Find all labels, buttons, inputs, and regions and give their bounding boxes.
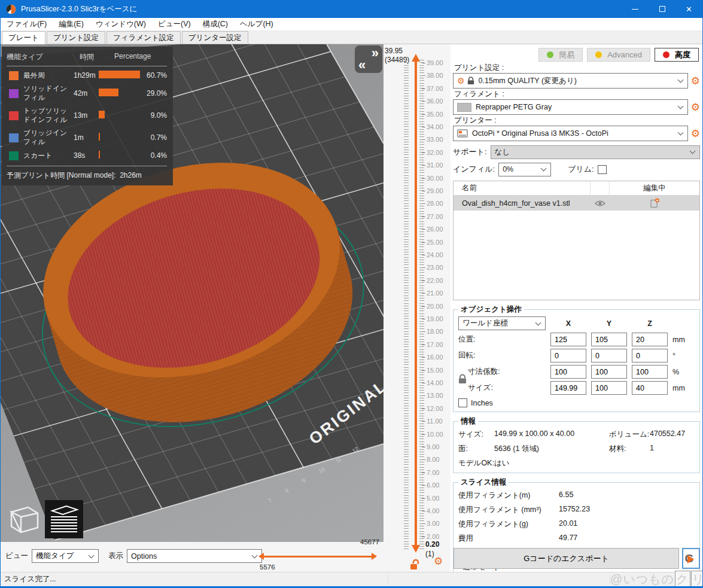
export-gcode-icon-button[interactable]: G xyxy=(682,548,700,569)
sliced-value-0: 6.55 xyxy=(559,490,695,501)
menu-item-4[interactable]: 構成(C) xyxy=(197,18,234,31)
manip-input-3-z[interactable] xyxy=(632,381,668,395)
preview-view-button[interactable] xyxy=(45,500,83,538)
layer-slider-track[interactable] xyxy=(415,57,417,549)
manip-input-2-y[interactable] xyxy=(591,365,627,379)
column-visibility-header[interactable] xyxy=(591,181,610,195)
menu-item-2[interactable]: ウィンドウ(W) xyxy=(90,18,152,31)
print-settings-label: プリント設定 : xyxy=(454,63,700,72)
menu-item-1[interactable]: 編集(E) xyxy=(53,18,90,31)
menu-item-0[interactable]: ファイル(F) xyxy=(1,18,53,31)
manip-input-1-z[interactable] xyxy=(632,349,668,362)
print-settings-select[interactable]: ⚙ 0.15mm QUALITY (変更あり) xyxy=(453,73,688,89)
manip-input-3-y[interactable] xyxy=(591,381,627,395)
legend-col-time: 時間 xyxy=(80,52,114,62)
fine-ticks-left xyxy=(404,60,409,549)
tab-2[interactable]: フィラメント設定 xyxy=(106,31,181,44)
column-name-header[interactable]: 名前 xyxy=(454,181,591,195)
visibility-eye-button[interactable] xyxy=(591,200,610,207)
editing-state-button[interactable] xyxy=(610,198,699,208)
close-button[interactable]: ✕ xyxy=(675,0,702,18)
menu-item-3[interactable]: ビュー(V) xyxy=(152,18,197,31)
coordinate-system-select[interactable]: ワールド座標 xyxy=(458,316,546,330)
manip-row-label-2: 寸法係数: xyxy=(458,367,546,377)
axis-header-z: Z xyxy=(632,319,668,328)
layer-tick-label: 32.00 xyxy=(427,149,443,156)
chevron-down-icon xyxy=(677,103,683,109)
materials-label: 材料: xyxy=(609,444,650,454)
lock-icon xyxy=(467,77,474,85)
manip-input-2-x[interactable] xyxy=(550,365,586,379)
object-manipulation-group: オブジェクト操作 ワールド座標XYZ位置:mm回転:°寸法係数:%サイズ:mm … xyxy=(453,304,700,412)
object-row-0[interactable]: Oval_dish_h4cm_for_vase v1.stl xyxy=(454,196,699,211)
manip-input-3-x[interactable] xyxy=(550,381,586,395)
tab-3[interactable]: プリンター設定 xyxy=(182,31,248,44)
maximize-button[interactable] xyxy=(649,0,675,18)
uniform-scale-lock-icon[interactable] xyxy=(458,374,467,386)
manip-input-2-z[interactable] xyxy=(632,365,668,379)
play-triangle-icon xyxy=(687,555,698,563)
layer-tick-label: 22.00 xyxy=(427,277,443,284)
tab-0[interactable]: プレート xyxy=(2,31,45,44)
slider-current-value: 5576 xyxy=(260,563,275,571)
print-settings-gear-button[interactable]: ⚙ xyxy=(691,76,700,86)
layer-height-current: 39.95 xyxy=(385,47,403,55)
filament-select[interactable]: Reprapper PETG Gray xyxy=(453,99,688,115)
printer-select[interactable]: OctoPi * Original Prusa i3 MK3S - OctoPi xyxy=(453,126,688,141)
unit-ticks xyxy=(422,63,425,539)
manip-input-0-z[interactable] xyxy=(632,333,668,346)
manip-input-0-x[interactable] xyxy=(550,333,586,346)
layers-icon xyxy=(47,502,81,536)
printer-icon xyxy=(457,129,468,138)
infill-select[interactable]: 0% xyxy=(498,163,551,176)
show-options-select[interactable]: Options xyxy=(127,549,262,563)
cube-icon xyxy=(7,501,41,536)
legend-swatch xyxy=(9,111,19,120)
manip-unit-0: mm xyxy=(672,336,689,344)
inches-checkbox[interactable] xyxy=(458,398,467,407)
menu-item-5[interactable]: ヘルプ(H) xyxy=(234,18,279,31)
export-gcode-button[interactable]: Gコードのエクスポート xyxy=(454,548,679,569)
printer-gear-button[interactable]: ⚙ xyxy=(691,129,700,139)
layer-tick-label: 39.00 xyxy=(427,59,443,66)
layer-tick-label: 6.00 xyxy=(427,482,439,489)
3d-viewport[interactable]: ORIGINAL 789101112 機能タイプ 時間 Percentage 最… xyxy=(1,44,384,542)
mode-button-2[interactable]: 高度 xyxy=(655,48,699,62)
model-ok-value: はい xyxy=(494,458,695,468)
horizontal-slider-track[interactable] xyxy=(260,556,376,557)
feature-type-legend: 機能タイプ 時間 Percentage 最外周1h29m60.7%ソリッドインフ… xyxy=(2,47,173,185)
tab-1[interactable]: プリント設定 xyxy=(47,31,105,44)
editor-view-button[interactable] xyxy=(5,500,42,537)
layer-slider-gear-button[interactable]: ⚙ xyxy=(434,556,443,566)
legend-swatch xyxy=(9,151,19,160)
tab-strip: プレートプリント設定フィラメント設定プリンター設定 xyxy=(1,31,702,44)
axis-header-x: X xyxy=(550,319,586,328)
legend-row-3: ブリッジインフィル1m0.7% xyxy=(7,129,167,147)
sliced-value-2: 20.01 xyxy=(559,519,695,529)
support-label: サポート: xyxy=(453,147,487,157)
column-editing-header[interactable]: 編集中 xyxy=(610,183,699,193)
manip-input-1-y[interactable] xyxy=(591,349,627,362)
mode-dot-icon xyxy=(547,51,553,58)
infill-label: インフィル: xyxy=(453,164,495,175)
mode-dot-icon xyxy=(663,51,669,58)
filament-gear-button[interactable]: ⚙ xyxy=(691,102,700,112)
sliced-value-3: 49.77 xyxy=(559,534,695,544)
layer-height-bottom: 0.20 xyxy=(425,540,439,549)
support-select[interactable]: なし xyxy=(491,145,700,159)
brim-label: ブリム: xyxy=(568,164,594,175)
move-range-slider[interactable]: 45677 5576 xyxy=(255,542,381,572)
sliced-label-1: 使用フィラメント (mm³) xyxy=(458,505,559,515)
view-mode-select[interactable]: 機能タイプ xyxy=(32,549,99,563)
manip-input-1-x[interactable] xyxy=(550,349,586,362)
mode-button-0[interactable]: 簡易 xyxy=(538,48,583,62)
sliced-label-2: 使用フィラメント(g) xyxy=(458,519,559,529)
minimize-button[interactable] xyxy=(622,0,649,18)
brim-checkbox[interactable] xyxy=(598,165,607,174)
mode-button-1[interactable]: Advanced xyxy=(587,48,650,62)
layer-range-lock-button[interactable] xyxy=(410,559,420,572)
printer-label: プリンター : xyxy=(454,115,700,125)
layer-tick-label: 12.00 xyxy=(427,405,443,412)
manip-input-0-y[interactable] xyxy=(591,333,627,346)
collapse-sidebar-button[interactable]: » « xyxy=(355,45,382,73)
